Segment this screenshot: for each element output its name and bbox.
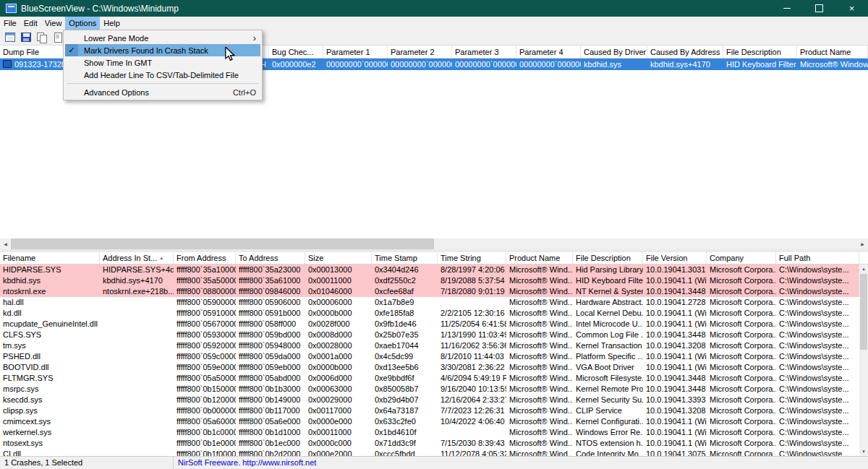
driver-row-mcupdate-genuineintel-dll[interactable]: mcupdate_GenuineIntel.dllfffff800`056700… bbox=[0, 319, 859, 330]
vertical-scrollbar[interactable]: ▲ ▼ bbox=[859, 264, 868, 456]
driver-row-hal-dll[interactable]: hal.dllfffff800`05900000fffff800`0590600… bbox=[0, 297, 859, 308]
maximize-button[interactable] bbox=[803, 0, 835, 17]
driver-cell: 0x4c5dc99 bbox=[372, 351, 438, 362]
driver-cell: 10.0.19041.1 (WinB... bbox=[643, 319, 707, 330]
driver-row-hidparse-sys[interactable]: HIDPARSE.SYSHIDPARSE.SYS+4cadfffff800`35… bbox=[0, 264, 859, 275]
driver-cell: Microsoft Corpora... bbox=[707, 449, 776, 456]
horizontal-scrollbar-thumb[interactable] bbox=[11, 238, 434, 249]
driver-cell: fffff800`0b2d2000 bbox=[236, 449, 305, 456]
column-header-product-name[interactable]: Product Name bbox=[797, 46, 868, 58]
menu-view[interactable]: View bbox=[41, 17, 66, 30]
driver-row-ntoskrnl-exe[interactable]: ntoskrnl.exentoskrnl.exe+218b...fffff800… bbox=[0, 286, 859, 297]
driver-cell: Microsoft Corpora... bbox=[707, 362, 776, 373]
dump-cell: 0x000000e2 bbox=[269, 59, 323, 70]
driver-cell: 0x0000e000 bbox=[305, 416, 372, 427]
driver-cell bbox=[100, 416, 174, 427]
driver-cell: Microsoft® Wind... bbox=[506, 319, 573, 330]
menu-help[interactable]: Help bbox=[100, 17, 124, 30]
driver-row-pshed-dll[interactable]: PSHED.dllfffff800`059c0000fffff800`059da… bbox=[0, 351, 859, 362]
driver-row-fltmgr-sys[interactable]: FLTMGR.SYSfffff800`05a50000fffff800`05ab… bbox=[0, 373, 859, 384]
column-header-parameter-2[interactable]: Parameter 2 bbox=[388, 46, 452, 58]
nirsoft-link[interactable]: NirSoft Freeware. http://www.nirsoft.net bbox=[174, 457, 868, 469]
driver-row-clipsp-sys[interactable]: clipsp.sysfffff800`0b000000fffff800`0b11… bbox=[0, 405, 859, 416]
menu-bar: FileEditViewOptionsHelp bbox=[0, 17, 868, 30]
column-header-time-stamp[interactable]: Time Stamp bbox=[372, 252, 438, 264]
column-header-full-path[interactable]: Full Path bbox=[776, 252, 859, 264]
driver-cell: 3/30/2081 2:36:22 ... bbox=[438, 362, 506, 373]
driver-row-bootvid-dll[interactable]: BOOTVID.dllfffff800`059e0000fffff800`059… bbox=[0, 362, 859, 373]
driver-cell: 7/18/2080 9:01:19 ... bbox=[438, 286, 506, 297]
options-menu-item-advanced-options[interactable]: Advanced OptionsCtrl+O bbox=[65, 86, 260, 98]
driver-cell: werkernel.sys bbox=[0, 427, 100, 438]
options-menu-item-add-header-line-to-csv-tab-delimited-file[interactable]: Add Header Line To CSV/Tab-Delimited Fil… bbox=[65, 69, 260, 81]
driver-row-clfs-sys[interactable]: CLFS.SYSfffff800`05930000fffff800`059bd0… bbox=[0, 330, 859, 340]
driver-cell: Microsoft® Wind... bbox=[506, 373, 573, 384]
column-header-filename[interactable]: Filename bbox=[0, 252, 100, 264]
vertical-scrollbar-thumb[interactable] bbox=[860, 274, 867, 350]
menu-item-label: Show Time In GMT bbox=[78, 59, 260, 67]
driver-row-werkernel-sys[interactable]: werkernel.sysfffff800`0b1c0000fffff800`0… bbox=[0, 427, 859, 438]
driver-row-kbdhid-sys[interactable]: kbdhid.syskbdhid.sys+4170fffff800`35a500… bbox=[0, 275, 859, 286]
driver-row-tm-sys[interactable]: tm.sysfffff800`05920000fffff800`05948000… bbox=[0, 340, 859, 351]
menu-options[interactable]: Options bbox=[65, 17, 100, 30]
column-header-parameter-3[interactable]: Parameter 3 bbox=[452, 46, 516, 58]
copy-button[interactable] bbox=[35, 31, 48, 44]
save-button[interactable] bbox=[19, 31, 33, 44]
driver-cell: 0x0001a000 bbox=[305, 351, 372, 362]
driver-cell: C:\Windows\syste... bbox=[776, 427, 859, 438]
minimize-button[interactable] bbox=[770, 0, 803, 17]
column-header-parameter-4[interactable]: Parameter 4 bbox=[516, 46, 581, 58]
column-header-product-name[interactable]: Product Name bbox=[506, 252, 573, 264]
menu-edit[interactable]: Edit bbox=[20, 17, 41, 30]
menu-item-label: Lower Pane Mode bbox=[78, 34, 253, 43]
scroll-down-arrow-icon[interactable]: ▼ bbox=[859, 447, 868, 456]
scroll-left-arrow-icon[interactable]: ◀ bbox=[0, 238, 11, 249]
close-button[interactable]: × bbox=[835, 0, 868, 17]
driver-row-cmimcext-sys[interactable]: cmimcext.sysfffff800`05a60000fffff800`05… bbox=[0, 416, 859, 427]
column-header-time-string[interactable]: Time String bbox=[438, 252, 506, 264]
driver-cell: cmimcext.sys bbox=[0, 416, 100, 427]
options-menu-item-lower-pane-mode[interactable]: Lower Pane Mode› bbox=[65, 32, 260, 44]
driver-cell: C:\Windows\syste... bbox=[776, 373, 859, 384]
column-header-parameter-1[interactable]: Parameter 1 bbox=[323, 46, 388, 58]
driver-cell: 0x00117000 bbox=[305, 405, 372, 416]
column-header-caused-by-address[interactable]: Caused By Address bbox=[647, 46, 723, 58]
horizontal-scrollbar[interactable]: ◀ ▶ bbox=[0, 238, 868, 249]
copy-icon bbox=[37, 33, 47, 42]
options-menu-item-mark-drivers-found-in-crash-stack[interactable]: ✓Mark Drivers Found In Crash Stack bbox=[65, 44, 260, 56]
column-header-file-version[interactable]: File Version bbox=[643, 252, 707, 264]
driver-cell: fffff800`0b1ec000 bbox=[236, 438, 305, 449]
driver-cell: Code Integrity Mo... bbox=[573, 449, 643, 456]
driver-cell: 0x0000b000 bbox=[305, 308, 372, 319]
driver-row-ntosext-sys[interactable]: ntosext.sysfffff800`0b1e0000fffff800`0b1… bbox=[0, 438, 859, 449]
driver-row-ci-dll[interactable]: CI.dllfffff800`0b1f0000fffff800`0b2d2000… bbox=[0, 449, 859, 456]
column-header-to-address[interactable]: To Address bbox=[236, 252, 305, 264]
driver-cell: fffff800`0b120000 bbox=[174, 395, 236, 405]
driver-row-kd-dll[interactable]: kd.dllfffff800`05910000fffff800`0591b000… bbox=[0, 308, 859, 319]
driver-cell: fffff800`0b1c0000 bbox=[174, 427, 236, 438]
column-header-size[interactable]: Size bbox=[305, 252, 372, 264]
options-menu: Lower Pane Mode›✓Mark Drivers Found In C… bbox=[63, 30, 263, 100]
scroll-up-arrow-icon[interactable]: ▲ bbox=[859, 264, 868, 273]
column-header-file-description[interactable]: File Description bbox=[723, 46, 797, 58]
driver-cell: fffff800`0b000000 bbox=[174, 405, 236, 416]
driver-cell: fffff800`0591b000 bbox=[236, 308, 305, 319]
report-button[interactable] bbox=[3, 31, 17, 44]
column-header-bug-chec[interactable]: Bug Chec... bbox=[269, 46, 323, 58]
driver-cell: CLFS.SYS bbox=[0, 330, 100, 340]
driver-cell: CI.dll bbox=[0, 449, 100, 456]
lower-pane: FilenameAddress In St...▲From AddressTo … bbox=[0, 252, 868, 456]
scroll-right-arrow-icon[interactable]: ▶ bbox=[857, 238, 868, 249]
driver-row-ksecdd-sys[interactable]: ksecdd.sysfffff800`0b120000fffff800`0b14… bbox=[0, 395, 859, 405]
driver-cell: 10.0.19041.1 (WinB... bbox=[643, 438, 707, 449]
options-menu-item-show-time-in-gmt[interactable]: Show Time In GMT bbox=[65, 56, 260, 69]
column-header-file-description[interactable]: File Description bbox=[573, 252, 643, 264]
column-header-company[interactable]: Company bbox=[707, 252, 776, 264]
title-bar[interactable]: BlueScreenView - C:\Windows\Minidump × bbox=[0, 0, 868, 17]
driver-cell: fffff800`05906000 bbox=[236, 297, 305, 308]
menu-file[interactable]: File bbox=[0, 17, 20, 30]
column-header-from-address[interactable]: From Address bbox=[174, 252, 236, 264]
column-header-caused-by-driver[interactable]: Caused By Driver bbox=[581, 46, 647, 58]
driver-row-msrpc-sys[interactable]: msrpc.sysfffff800`0b150000fffff800`0b1b3… bbox=[0, 384, 859, 395]
column-header-address-in-st[interactable]: Address In St...▲ bbox=[100, 252, 174, 264]
